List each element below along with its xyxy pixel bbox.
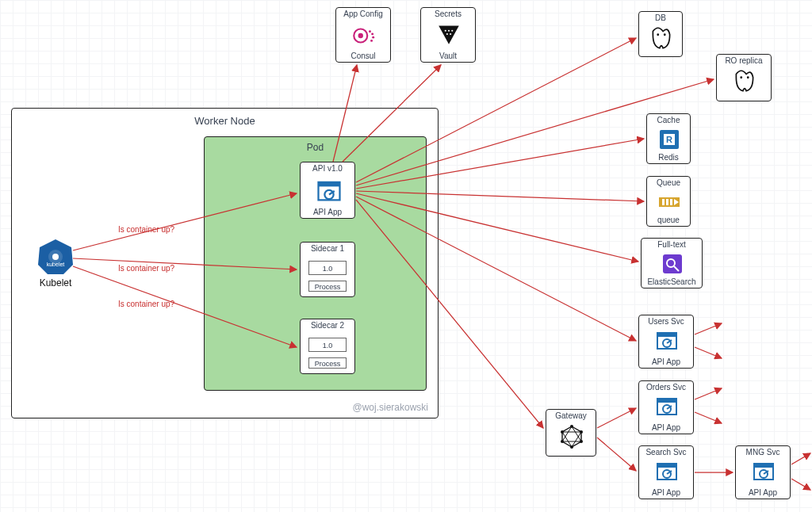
svg-point-21 (747, 76, 749, 78)
sidecar2-container: Sidecar 2 1.0 Process (300, 319, 355, 374)
gateway-title: Gateway (546, 411, 596, 420)
svg-point-49 (570, 445, 573, 449)
search-svc: Search Svc API App (638, 445, 694, 499)
gateway: Gateway (546, 409, 596, 457)
pod-title: Pod (205, 142, 426, 153)
svg-marker-12 (439, 25, 459, 44)
svg-point-14 (448, 30, 450, 32)
svg-point-51 (561, 430, 564, 434)
svg-point-18 (657, 33, 659, 36)
svg-point-50 (561, 440, 564, 443)
api-app-icon (654, 394, 680, 419)
sidecar2-proc: Process (308, 357, 347, 369)
cache-title: Cache (647, 116, 690, 124)
secrets-sub: Vault (421, 52, 475, 60)
postgres-icon (731, 67, 758, 94)
sidecar2-version: 1.0 (308, 338, 347, 352)
app-config: App Config Consul (335, 7, 391, 63)
worker-node-title: Worker Node (12, 115, 438, 127)
api-app-icon (654, 328, 680, 353)
svg-rect-26 (662, 199, 665, 205)
svg-text:R: R (666, 135, 672, 144)
orders-sub: API App (639, 423, 693, 432)
svg-point-11 (370, 40, 373, 42)
mng-svc: MNG Svc API App (735, 445, 791, 499)
watermark: @woj.sierakowski (352, 402, 428, 413)
queue-sub: queue (647, 216, 690, 224)
fulltext-title: Full-text (642, 240, 702, 249)
orders-svc: Orders Svc API App (638, 380, 694, 434)
consul-icon (350, 22, 377, 49)
users-title: Users Svc (639, 317, 693, 326)
svg-point-13 (445, 30, 446, 32)
users-sub: API App (639, 357, 693, 366)
kubelet-label: Kubelet (32, 277, 79, 288)
svg-point-15 (451, 30, 453, 32)
search-title: Search Svc (639, 448, 693, 457)
mng-title: MNG Svc (736, 448, 790, 457)
svg-rect-28 (670, 199, 672, 205)
cache-sub: Redis (647, 153, 690, 162)
edge-label-q3: Is container up? (118, 300, 174, 308)
svg-point-46 (570, 425, 573, 428)
svg-rect-0 (319, 182, 340, 187)
svg-point-16 (446, 33, 448, 35)
api-app-icon (654, 459, 680, 484)
svg-point-47 (580, 430, 583, 434)
queue-icon (657, 189, 682, 215)
svg-point-20 (740, 76, 742, 78)
svg-point-4 (52, 254, 59, 260)
api-title: API v1.0 (301, 164, 354, 173)
fulltext: Full-text ElasticSearch (641, 238, 703, 288)
search-sub: API App (639, 488, 693, 497)
svg-rect-37 (657, 399, 676, 403)
db: DB (638, 11, 683, 57)
edge-label-q2: Is container up? (118, 264, 174, 273)
postgres-icon (648, 25, 675, 52)
svg-point-17 (450, 33, 451, 35)
cache: Cache R Redis (646, 113, 691, 164)
svg-point-9 (371, 32, 373, 35)
app-config-sub: Consul (336, 52, 390, 60)
ro-replica: RO replica (716, 54, 772, 101)
ro-title: RO replica (717, 56, 771, 65)
svg-rect-27 (666, 199, 668, 205)
svg-point-48 (580, 440, 583, 443)
redis-icon: R (657, 127, 682, 152)
svg-rect-43 (754, 464, 773, 468)
users-svc: Users Svc API App (638, 315, 694, 369)
api-app-icon (315, 177, 343, 205)
mng-sub: API App (736, 488, 790, 497)
fulltext-sub: ElasticSearch (642, 277, 702, 286)
svg-text:kubelet: kubelet (47, 262, 65, 267)
svg-point-8 (369, 30, 371, 32)
sidecar1-container: Sidecar 1 1.0 Process (300, 242, 355, 297)
orders-title: Orders Svc (639, 383, 693, 392)
api-container: API v1.0 API App (300, 162, 355, 219)
svg-rect-34 (657, 333, 676, 337)
sidecar2-title: Sidecar 2 (301, 321, 354, 330)
db-title: DB (639, 13, 682, 22)
svg-rect-40 (657, 464, 676, 468)
graphql-icon (559, 424, 584, 449)
app-config-title: App Config (336, 10, 390, 18)
edge-label-q1: Is container up? (118, 225, 174, 234)
api-sublabel: API App (301, 208, 354, 216)
elasticsearch-icon (660, 251, 685, 277)
svg-point-19 (664, 33, 666, 36)
queue-title: Queue (647, 178, 690, 187)
svg-point-7 (358, 33, 363, 38)
secrets: Secrets Vault (420, 7, 476, 63)
api-app-icon (751, 459, 776, 484)
kubelet: kubelet Kubelet (32, 238, 79, 288)
kubelet-icon: kubelet (36, 238, 75, 276)
sidecar1-proc: Process (308, 281, 347, 292)
sidecar1-title: Sidecar 1 (301, 244, 354, 253)
sidecar1-version: 1.0 (308, 261, 347, 275)
secrets-title: Secrets (421, 10, 475, 18)
vault-icon (435, 21, 462, 48)
queue: Queue queue (646, 176, 691, 227)
svg-point-10 (372, 36, 374, 39)
